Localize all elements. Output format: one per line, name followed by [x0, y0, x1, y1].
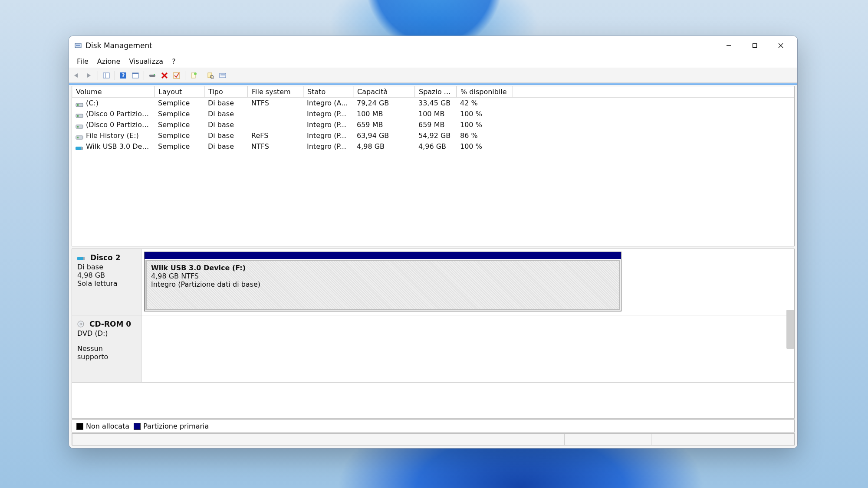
svg-line-23 [213, 78, 214, 79]
col-free[interactable]: Spazio ... [415, 86, 457, 97]
app-icon [74, 42, 82, 49]
status-bar [72, 433, 795, 445]
back-icon [72, 70, 83, 81]
volume-icon [76, 123, 83, 128]
volume-row[interactable]: (Disco 0 Partizion...SempliceDi baseInte… [72, 108, 794, 119]
disk-graphical-pane[interactable]: Disco 2 Di base 4,98 GB Sola lettura Wil… [72, 249, 795, 419]
svg-rect-13 [132, 73, 138, 74]
partition-name: Wilk USB 3.0 Device (F:) [151, 264, 615, 272]
forward-icon [84, 70, 95, 81]
find-icon[interactable] [205, 70, 216, 81]
svg-point-40 [80, 323, 82, 325]
svg-rect-24 [220, 73, 226, 78]
volume-icon [76, 144, 83, 150]
window-title: Disk Management [85, 41, 152, 50]
svg-rect-8 [103, 73, 109, 78]
usb-disk-icon [77, 254, 85, 263]
col-pct[interactable]: % disponibile [457, 86, 513, 97]
toolbar: ? [69, 68, 797, 83]
col-type[interactable]: Tipo [204, 86, 248, 97]
check-icon[interactable] [171, 70, 182, 81]
disk2-size: 4,98 GB [77, 271, 136, 279]
details-icon[interactable] [217, 70, 228, 81]
volume-row[interactable]: File History (E:)SempliceDi baseReFSInte… [72, 130, 794, 141]
legend: Non allocata Partizione primaria [72, 419, 795, 432]
volume-row[interactable]: Wilk USB 3.0 Devi...SempliceDi baseNTFSI… [72, 141, 794, 152]
col-fs[interactable]: File system [248, 86, 303, 97]
menu-bar: File Azione Visualizza ? [69, 55, 797, 68]
svg-rect-30 [77, 115, 79, 117]
scrollbar-thumb[interactable] [786, 310, 794, 349]
svg-rect-38 [83, 257, 85, 260]
volume-icon [76, 134, 83, 139]
menu-action[interactable]: Azione [93, 56, 125, 67]
list-header[interactable]: Volume Layout Tipo File system Stato Cap… [72, 86, 794, 98]
disk-row-disk2[interactable]: Disco 2 Di base 4,98 GB Sola lettura Wil… [72, 249, 794, 315]
disk2-name: Disco 2 [90, 253, 121, 262]
close-button[interactable] [768, 36, 794, 55]
minimize-button[interactable] [716, 36, 742, 55]
svg-marker-6 [74, 73, 78, 78]
cdrom-line1: DVD (D:) [77, 329, 136, 337]
partition-wilk-usb[interactable]: Wilk USB 3.0 Device (F:) 4,98 GB NTFS In… [144, 252, 621, 311]
menu-view[interactable]: Visualizza [125, 56, 168, 67]
delete-icon[interactable] [159, 70, 170, 81]
svg-rect-32 [77, 126, 79, 128]
maximize-button[interactable] [742, 36, 768, 55]
partition-status: Integro (Partizione dati di base) [151, 280, 615, 288]
col-layout[interactable]: Layout [155, 86, 204, 97]
show-hide-tree-icon[interactable] [101, 70, 112, 81]
disk-label-disk2[interactable]: Disco 2 Di base 4,98 GB Sola lettura [72, 249, 141, 315]
eject-icon[interactable] [147, 70, 158, 81]
disk-management-window: Disk Management File Azione Visualizza ?… [69, 36, 798, 449]
svg-rect-15 [154, 74, 155, 75]
menu-help[interactable]: ? [168, 56, 180, 67]
svg-rect-36 [81, 147, 83, 150]
partition-detail: 4,98 GB NTFS [151, 272, 615, 280]
col-capacity[interactable]: Capacità [353, 86, 415, 97]
menu-file[interactable]: File [72, 56, 93, 67]
titlebar[interactable]: Disk Management [69, 36, 797, 55]
svg-rect-3 [753, 44, 757, 48]
refresh-icon[interactable] [130, 70, 141, 81]
disk-row-cdrom[interactable]: CD-ROM 0 DVD (D:) Nessun supporto [72, 315, 794, 383]
col-status[interactable]: Stato [303, 86, 353, 97]
cdrom-line2: Nessun supporto [77, 344, 136, 361]
volume-icon [76, 112, 83, 117]
disk-label-cdrom[interactable]: CD-ROM 0 DVD (D:) Nessun supporto [72, 315, 141, 382]
legend-primary: Partizione primaria [134, 422, 209, 430]
new-icon[interactable] [188, 70, 199, 81]
cdrom-name: CD-ROM 0 [89, 320, 131, 328]
help-icon[interactable]: ? [118, 70, 129, 81]
volume-row[interactable]: (Disco 0 Partizion...SempliceDi baseInte… [72, 119, 794, 130]
svg-marker-7 [87, 73, 91, 78]
volume-list[interactable]: Volume Layout Tipo File system Stato Cap… [72, 86, 795, 246]
svg-rect-1 [76, 45, 80, 46]
disk2-mode: Sola lettura [77, 279, 136, 288]
disk2-type: Di base [77, 263, 136, 271]
svg-text:?: ? [122, 72, 125, 79]
volume-icon [76, 101, 83, 106]
legend-unallocated: Non allocata [76, 422, 129, 430]
cdrom-icon [77, 321, 84, 329]
svg-rect-34 [77, 137, 79, 138]
svg-point-20 [194, 72, 197, 75]
svg-rect-28 [77, 104, 79, 106]
col-volume[interactable]: Volume [72, 86, 155, 97]
volume-row[interactable]: (C:)SempliceDi baseNTFSIntegro (A...79,2… [72, 98, 794, 108]
